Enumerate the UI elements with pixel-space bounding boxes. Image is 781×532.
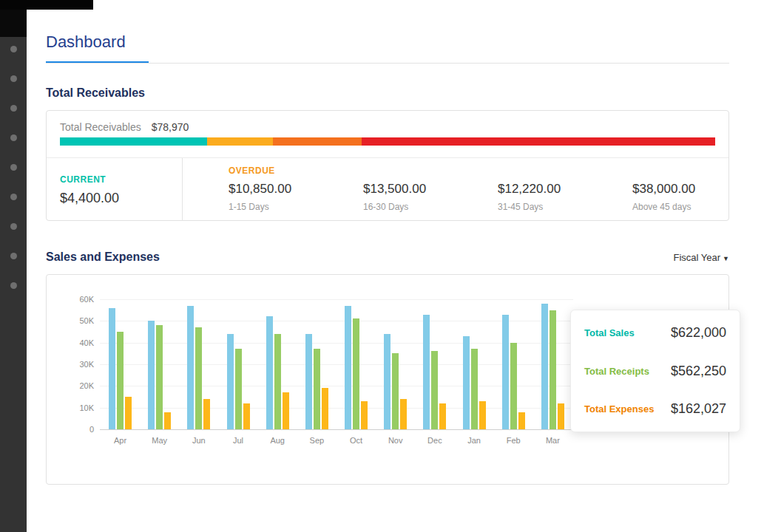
sidebar-item-dot[interactable] [10, 46, 17, 52]
gridline [100, 429, 573, 430]
overdue-amount: $13,500.00 [363, 182, 452, 197]
sidebar-item-dot[interactable] [10, 194, 17, 200]
sidebar-item-dot[interactable] [10, 253, 17, 259]
sidebar-item-dot[interactable] [10, 105, 17, 112]
bar-group-jul: Jul [227, 299, 250, 429]
bar-sales[interactable] [345, 306, 351, 429]
summary-label: Total Sales [584, 327, 635, 338]
overdue-period: Above 45 days [632, 202, 721, 212]
overdue-period: 1-15 Days [229, 202, 317, 212]
overdue-period: 31-45 Days [498, 202, 586, 212]
receivables-section-title: Total Receivables [46, 86, 145, 100]
bar-sales[interactable] [266, 316, 273, 429]
bar-receipts[interactable] [195, 327, 202, 429]
summary-row: Total Receipts$562,250 [584, 364, 726, 379]
summary-card: Total Sales$622,000Total Receipts$562,25… [570, 310, 740, 432]
bar-receipts[interactable] [235, 349, 242, 429]
bar-expenses[interactable] [439, 403, 446, 429]
x-axis-label: Sep [310, 436, 325, 445]
bar-receipts[interactable] [117, 332, 124, 429]
overdue-amount: $10,850.00 [229, 182, 317, 197]
bar-receipts[interactable] [156, 325, 163, 429]
bar-group-apr: Apr [109, 299, 132, 429]
bar-receipts[interactable] [392, 353, 399, 429]
bar-sales[interactable] [463, 336, 470, 429]
bar-groups: AprMayJunJulAugSepOctNovDecJanFebMar [100, 299, 573, 429]
bar-sales[interactable] [305, 334, 312, 429]
bar-expenses[interactable] [243, 403, 250, 429]
receivables-breakdown: CURRENT $4,400.00 OVERDUE $10,850.001-15… [47, 158, 728, 221]
bar-receipts[interactable] [314, 349, 320, 429]
bar-expenses[interactable] [125, 397, 132, 429]
bar-group-aug: Aug [266, 299, 289, 429]
sidebar-item-dot[interactable] [10, 75, 17, 82]
sidebar-item-dot[interactable] [10, 134, 17, 141]
x-axis-label: Jan [467, 436, 481, 445]
x-axis-label: Nov [388, 436, 403, 445]
bar-receipts[interactable] [510, 343, 517, 429]
bar-group-feb: Feb [502, 299, 525, 429]
summary-value: $562,250 [671, 364, 726, 379]
summary-value: $622,000 [671, 325, 726, 341]
bar-sales[interactable] [423, 315, 430, 429]
bar-receipts[interactable] [274, 334, 281, 429]
bar-sales[interactable] [148, 321, 155, 429]
bar-sales[interactable] [502, 315, 509, 429]
bar-expenses[interactable] [283, 392, 289, 429]
bar-group-sep: Sep [305, 299, 328, 429]
fiscal-year-label: Fiscal Year [673, 252, 720, 263]
bar-sales[interactable] [109, 308, 115, 429]
top-tab-bar [0, 0, 93, 10]
overdue-column: $38,000.00Above 45 days [586, 182, 721, 212]
bar-expenses[interactable] [164, 412, 171, 429]
chart-plot: 60K50K40K30K20K10K0AprMayJunJulAugSepOct… [100, 299, 573, 429]
receivables-card-header: Total Receivables $78,970 [60, 121, 189, 133]
overdue-column: $13,500.0016-30 Days [317, 182, 452, 212]
bar-expenses[interactable] [479, 401, 486, 429]
summary-value: $162,027 [671, 401, 726, 417]
bar-sales[interactable] [187, 306, 194, 429]
title-rule [46, 63, 729, 64]
fiscal-year-dropdown[interactable]: Fiscal Year▼ [673, 252, 729, 263]
y-axis-tick: 20K [79, 381, 94, 390]
bar-expenses[interactable] [361, 401, 368, 429]
x-axis-label: Feb [507, 436, 521, 445]
x-axis-label: Jul [233, 436, 243, 445]
bar-expenses[interactable] [400, 399, 407, 429]
sidebar-item-dot[interactable] [10, 282, 17, 289]
bar-receipts[interactable] [471, 349, 478, 429]
receivables-card-label: Total Receivables [60, 121, 141, 133]
receivables-total-value: $78,970 [152, 121, 189, 133]
app-window: ☁ Dashboard Total Receivables Total Rece… [0, 0, 781, 532]
bar-receipts[interactable] [550, 310, 556, 429]
x-axis-label: Apr [114, 436, 126, 445]
sidebar-item-dot[interactable] [10, 223, 17, 230]
x-axis-label: May [152, 436, 167, 445]
summary-row: Total Sales$622,000 [584, 325, 726, 341]
bar-sales[interactable] [541, 304, 548, 429]
overdue-amount: $12,220.00 [498, 182, 586, 197]
bar-expenses[interactable] [322, 388, 328, 429]
current-label: CURRENT [60, 174, 182, 185]
overdue-column: $10,850.001-15 Days [183, 182, 317, 212]
y-axis-tick: 30K [79, 360, 94, 369]
page-title: Dashboard [46, 33, 126, 52]
bar-sales[interactable] [227, 334, 234, 429]
x-axis-label: Oct [350, 436, 362, 445]
bar-receipts[interactable] [431, 351, 438, 429]
bar-expenses[interactable] [203, 399, 210, 429]
y-axis-tick: 50K [79, 316, 94, 325]
overdue-label: OVERDUE [229, 166, 728, 176]
bar-sales[interactable] [384, 334, 390, 429]
x-axis-label: Jun [192, 436, 206, 445]
overdue-column: $12,220.0031-45 Days [452, 182, 586, 212]
overdue-amount: $38,000.00 [632, 182, 721, 197]
bar-expenses[interactable] [558, 403, 564, 429]
sidebar-item-dot[interactable] [10, 164, 17, 171]
overdue-columns: $10,850.001-15 Days$13,500.0016-30 Days$… [183, 182, 728, 212]
bar-expenses[interactable] [518, 412, 525, 429]
bar-receipts[interactable] [353, 318, 359, 429]
bar-group-jan: Jan [463, 299, 486, 429]
bar-group-nov: Nov [384, 299, 407, 429]
main-content: Dashboard Total Receivables Total Receiv… [27, 0, 781, 532]
